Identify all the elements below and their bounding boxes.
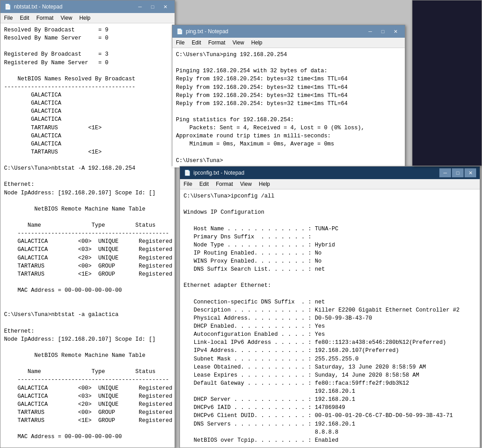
nbtstat-menu-format[interactable]: Format <box>33 14 57 22</box>
nbtstat-menubar: File Edit Format View Help <box>0 13 175 23</box>
ipconfig-menu-help[interactable]: Help <box>255 180 274 188</box>
ping-titlebar: 📄 ping.txt - Notepad ─ □ ✕ <box>172 25 405 38</box>
ping-content: C:\Users\Tuna>ping 192.168.20.254 Pingin… <box>172 48 405 167</box>
ping-window-icon: 📄 <box>176 28 183 35</box>
ipconfig-window-controls: ─ □ ✕ <box>439 168 476 177</box>
ipconfig-menu-edit[interactable]: Edit <box>196 180 212 188</box>
nbtstat-maximize-button[interactable]: □ <box>147 2 158 11</box>
nbtstat-window-controls: ─ □ ✕ <box>134 2 171 11</box>
nbtstat-menu-file[interactable]: File <box>0 14 16 22</box>
ping-menu-edit[interactable]: Edit <box>188 39 205 47</box>
ping-menubar: File Edit Format View Help <box>172 38 405 48</box>
ping-menu-view[interactable]: View <box>229 39 248 47</box>
ping-minimize-button[interactable]: ─ <box>364 27 376 36</box>
ipconfig-minimize-button[interactable]: ─ <box>439 168 451 177</box>
nbtstat-content: Resolved By Broadcast = 9 Resolved By Na… <box>0 23 175 447</box>
nbtstat-window-icon: 📄 <box>4 3 11 10</box>
ping-window-controls: ─ □ ✕ <box>364 27 401 36</box>
ipconfig-menu-file[interactable]: File <box>180 180 196 188</box>
ping-menu-file[interactable]: File <box>172 39 188 47</box>
ipconfig-window: 📄 ipconfig.txt - Notepad ─ □ ✕ File Edit… <box>180 166 480 448</box>
ping-title: ping.txt - Notepad <box>186 28 364 35</box>
ipconfig-window-icon: 📄 <box>184 169 191 176</box>
nbtstat-menu-view[interactable]: View <box>57 14 76 22</box>
ipconfig-maximize-button[interactable]: □ <box>452 168 464 177</box>
partial-window <box>412 0 482 166</box>
ipconfig-close-button[interactable]: ✕ <box>464 168 476 177</box>
ping-window: 📄 ping.txt - Notepad ─ □ ✕ File Edit For… <box>172 25 405 166</box>
nbtstat-titlebar: 📄 nbtstat.txt - Notepad ─ □ ✕ <box>0 0 175 13</box>
nbtstat-window: 📄 nbtstat.txt - Notepad ─ □ ✕ File Edit … <box>0 0 175 448</box>
ipconfig-content: C:\Users\Tuna>ipconfig /all Windows IP C… <box>180 189 480 447</box>
nbtstat-minimize-button[interactable]: ─ <box>134 2 146 11</box>
ipconfig-titlebar: 📄 ipconfig.txt - Notepad ─ □ ✕ <box>180 167 480 179</box>
nbtstat-menu-edit[interactable]: Edit <box>16 14 33 22</box>
ping-close-button[interactable]: ✕ <box>390 27 401 36</box>
ping-menu-help[interactable]: Help <box>248 39 266 47</box>
ipconfig-title: ipconfig.txt - Notepad <box>193 170 439 176</box>
ipconfig-menu-format[interactable]: Format <box>212 180 237 188</box>
nbtstat-close-button[interactable]: ✕ <box>159 2 171 11</box>
ping-menu-format[interactable]: Format <box>205 39 229 47</box>
ipconfig-menu-view[interactable]: View <box>237 180 255 188</box>
ping-maximize-button[interactable]: □ <box>377 27 389 36</box>
ipconfig-menubar: File Edit Format View Help <box>180 179 480 189</box>
nbtstat-menu-help[interactable]: Help <box>76 14 94 22</box>
nbtstat-title: nbtstat.txt - Notepad <box>14 4 134 10</box>
